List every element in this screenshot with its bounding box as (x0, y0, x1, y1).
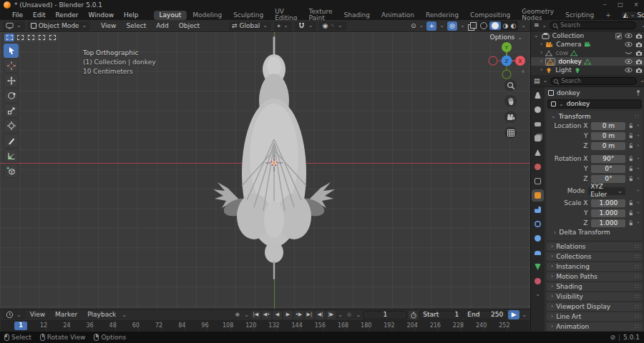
location-y-field[interactable]: 0 m (591, 132, 625, 140)
scene-name[interactable]: Scene (637, 12, 644, 19)
tab-view-layer[interactable] (534, 134, 542, 142)
panel-line-art[interactable]: ›Line Art∷ (547, 312, 643, 321)
timeline-menu-playback[interactable]: Playback (82, 312, 121, 318)
render-visibility-icon[interactable] (635, 33, 643, 39)
annotate-tool[interactable] (4, 134, 19, 148)
location-z-field[interactable]: 0 m (591, 142, 625, 150)
menu-file[interactable]: File (7, 12, 28, 19)
chevron-down-icon[interactable]: ⌄ (522, 312, 527, 318)
panel-visibility[interactable]: ›Visibility∷ (547, 292, 643, 301)
object-name-field[interactable]: ⌄ donkey (547, 99, 642, 109)
show-gizmo-toggle[interactable]: + (426, 21, 436, 31)
drag-handle-icon[interactable]: ∷ (635, 254, 639, 260)
tab-tool[interactable] (534, 91, 542, 99)
play-reverse-button[interactable]: ◀ (273, 311, 282, 319)
panel-animation[interactable]: ›Animation∷ (547, 322, 643, 331)
proportional-editing-icon[interactable]: ◉ (322, 23, 328, 29)
snapping-controls[interactable]: ⌄ (295, 21, 317, 31)
stopwatch-icon[interactable] (409, 311, 418, 319)
animate-dot[interactable]: • (637, 211, 640, 216)
rotate-tool[interactable] (4, 89, 19, 103)
workspace-tab-animation[interactable]: Animation (376, 11, 420, 20)
lock-icon[interactable] (628, 142, 634, 149)
timeline-editor-button[interactable]: ⌄ (3, 310, 25, 319)
render-visibility-icon[interactable] (635, 59, 643, 65)
move-tool[interactable] (4, 74, 19, 88)
select-mode-set[interactable] (4, 34, 14, 41)
animate-dot[interactable]: • (637, 166, 640, 172)
falloff-icon[interactable]: ∿ (330, 23, 335, 29)
tab-constraints[interactable] (534, 249, 542, 257)
tab-object-data[interactable] (534, 263, 542, 271)
chevron-down-icon[interactable]: ⌄ (559, 101, 564, 107)
render-visibility-icon[interactable] (635, 50, 643, 56)
panel-viewport-display[interactable]: ›Viewport Display∷ (547, 302, 643, 311)
select-mode-extend[interactable] (15, 34, 25, 41)
viewport-menu-view[interactable]: View (96, 23, 121, 29)
panel-motion-paths[interactable]: ›Motion Paths∷ (547, 272, 643, 281)
outliner-search-input[interactable] (550, 21, 636, 29)
chevron-down-icon[interactable]: ⌄ (439, 23, 444, 29)
close-button[interactable]: × (628, 2, 644, 8)
menu-render[interactable]: Render (51, 12, 84, 19)
transform-orientation-selector[interactable]: ⇄ Global ⌄ (229, 21, 271, 31)
drag-handle-icon[interactable]: ∷ (635, 264, 639, 270)
eye-icon[interactable] (625, 41, 633, 47)
animate-dot[interactable]: • (637, 221, 640, 226)
current-frame-field[interactable]: 1 (363, 311, 407, 319)
lock-icon[interactable] (628, 175, 634, 182)
outliner-editor-icon[interactable]: ≡ (534, 22, 540, 29)
zoom-button[interactable] (504, 79, 517, 91)
panel-collections[interactable]: ›Collections∷ (547, 252, 643, 261)
timeline-menu-view[interactable]: View (25, 312, 50, 318)
panel-expand-icon[interactable]: ⌄ (551, 114, 556, 119)
tab-particles[interactable] (534, 220, 542, 228)
previous-keyframe-button[interactable]: ◀• (262, 311, 271, 319)
outliner-row-cow[interactable]: › cow (531, 49, 644, 57)
options-chevron-icon[interactable]: ⌄ (640, 78, 644, 84)
camera-view-button[interactable] (504, 111, 517, 123)
scale-z-field[interactable]: 1.000 (591, 219, 625, 227)
animate-dot[interactable]: • (637, 189, 640, 194)
cursor-tool[interactable] (4, 59, 19, 73)
workspace-tab-sculpting[interactable]: Sculpting (228, 11, 269, 20)
expand-icon[interactable]: › (540, 41, 542, 47)
start-value[interactable]: 1 (455, 312, 459, 318)
auto-keying-button[interactable]: ● (233, 311, 242, 319)
shading-solid-button[interactable] (489, 21, 501, 30)
animate-dot[interactable]: • (637, 156, 640, 161)
select-mode-invert[interactable] (36, 34, 47, 41)
current-frame-indicator[interactable]: 1 (14, 322, 27, 330)
properties-editor-icon[interactable]: ▤ (534, 78, 540, 84)
drag-handle-icon[interactable]: ∷ (635, 304, 639, 310)
object-type-visibility-icon[interactable]: ⊙ (411, 23, 416, 29)
drag-handle-icon[interactable]: ∷ (635, 114, 639, 120)
menu-window[interactable]: Window (84, 12, 119, 19)
lock-icon[interactable] (628, 155, 634, 162)
measure-tool[interactable] (4, 149, 19, 163)
select-box-tool[interactable] (4, 44, 19, 58)
chevron-down-icon[interactable]: ⌄ (521, 23, 526, 29)
rotation-mode-select[interactable]: XYZ Euler⌄ (588, 187, 625, 195)
object-name-value[interactable]: donkey (567, 101, 590, 107)
chevron-down-icon[interactable]: ⌄ (460, 23, 465, 29)
workspace-tab-rendering[interactable]: Rendering (420, 11, 464, 20)
shading-wireframe-button[interactable] (480, 22, 487, 29)
workspace-tab-compositing[interactable]: Compositing (464, 11, 516, 20)
jump-to-end-button[interactable]: ▶| (305, 311, 314, 319)
jump-to-start-button[interactable]: |◀ (251, 311, 260, 319)
workspace-tab-scripting[interactable]: Scripting (560, 11, 600, 20)
show-overlays-toggle[interactable]: ◎ (447, 21, 457, 31)
scene-selector[interactable]: ◭ ⌄ Scene × (620, 11, 644, 19)
rotation-y-field[interactable]: 0° (591, 165, 625, 173)
workspace-tab-modeling[interactable]: Modeling (187, 11, 228, 20)
frame-end-field[interactable]: End 250 (464, 311, 507, 319)
playback-sync-button[interactable]: ▶ (508, 310, 519, 319)
chevron-down-icon[interactable]: ⌄ (308, 23, 313, 29)
expand-icon[interactable]: ⌄ (534, 33, 539, 39)
item-label[interactable]: cow (555, 50, 568, 56)
outliner-row-donkey[interactable]: › donkey (531, 57, 644, 66)
minimize-button[interactable]: – (597, 2, 613, 8)
chevron-down-icon[interactable]: ⌄ (338, 23, 343, 29)
options-label[interactable]: Options (490, 34, 515, 41)
